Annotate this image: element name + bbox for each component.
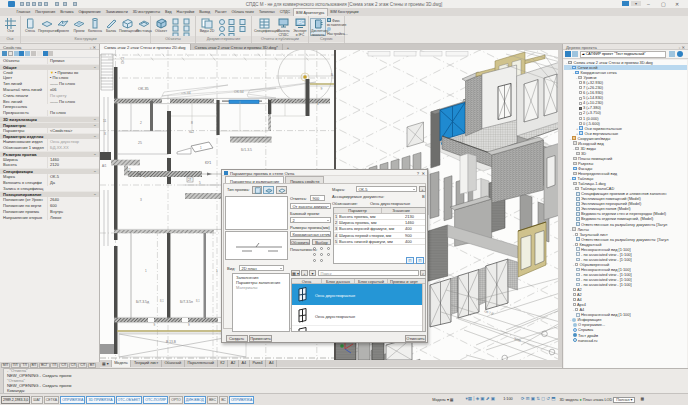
svg-text:№2: №2 bbox=[189, 130, 194, 134]
svg-text:9: 9 bbox=[321, 87, 323, 91]
svg-text:Б/7-3.5д: Б/7-3.5д bbox=[136, 300, 149, 304]
svg-text:4: 4 bbox=[317, 102, 319, 106]
svg-text:9: 9 bbox=[188, 323, 190, 327]
svg-text:IFC: IFC bbox=[297, 20, 305, 25]
svg-text:3400: 3400 bbox=[514, 337, 522, 343]
svg-text:3: 3 bbox=[140, 198, 142, 202]
svg-text:25: 25 bbox=[138, 141, 142, 145]
svg-text:1: 1 bbox=[216, 269, 218, 273]
svg-text:X: X bbox=[104, 132, 107, 136]
svg-text:Б: Б bbox=[331, 73, 333, 77]
svg-text:5: 5 bbox=[199, 181, 201, 185]
svg-text:1: 1 bbox=[145, 269, 147, 273]
svg-text:А/1: А/1 bbox=[102, 164, 107, 168]
svg-text:Б/1-3.5: Б/1-3.5 bbox=[241, 148, 252, 152]
svg-text:8: 8 bbox=[191, 121, 193, 125]
svg-text:8,1: 8,1 bbox=[196, 299, 200, 303]
svg-text:ОК-35: ОК-35 bbox=[138, 87, 149, 91]
svg-text:2: 2 bbox=[140, 121, 142, 125]
svg-text:В-13-В: В-13-В bbox=[166, 340, 176, 344]
svg-text:8,1: 8,1 bbox=[160, 299, 164, 303]
svg-text:ОК-7.0: ОК-7.0 bbox=[484, 309, 494, 316]
svg-text:2Л: 2Л bbox=[188, 178, 191, 182]
svg-text:11: 11 bbox=[103, 119, 107, 123]
svg-text:КУ1: КУ1 bbox=[205, 161, 211, 165]
svg-text:ОК-3: ОК-3 bbox=[121, 57, 125, 64]
svg-text:9: 9 bbox=[154, 323, 156, 327]
svg-text:Б/7-3.5п: Б/7-3.5п bbox=[180, 300, 193, 304]
